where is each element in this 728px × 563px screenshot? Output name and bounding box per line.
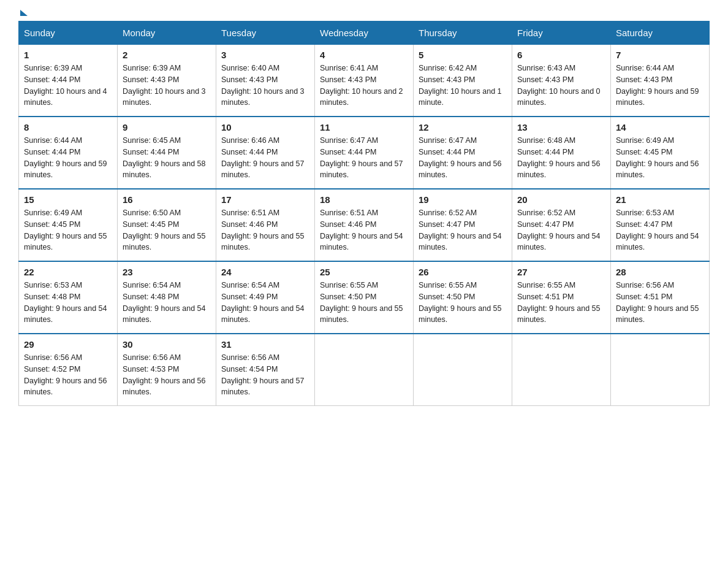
- day-info: Sunrise: 6:40 AM Sunset: 4:43 PM Dayligh…: [221, 63, 309, 109]
- day-number: 3: [221, 50, 309, 60]
- day-number: 21: [616, 194, 704, 205]
- day-number: 25: [320, 267, 408, 277]
- day-number: 11: [320, 122, 408, 132]
- day-info: Sunrise: 6:56 AM Sunset: 4:51 PM Dayligh…: [616, 280, 704, 326]
- page-header: [18, 12, 710, 15]
- calendar-cell: 22 Sunrise: 6:53 AM Sunset: 4:48 PM Dayl…: [19, 261, 118, 334]
- col-header-friday: Friday: [512, 21, 611, 45]
- day-info: Sunrise: 6:45 AM Sunset: 4:44 PM Dayligh…: [123, 135, 211, 181]
- col-header-sunday: Sunday: [19, 21, 118, 45]
- day-info: Sunrise: 6:56 AM Sunset: 4:54 PM Dayligh…: [221, 352, 309, 398]
- day-number: 7: [616, 50, 704, 60]
- calendar-cell: 15 Sunrise: 6:49 AM Sunset: 4:45 PM Dayl…: [19, 189, 118, 261]
- day-info: Sunrise: 6:47 AM Sunset: 4:44 PM Dayligh…: [419, 135, 507, 181]
- calendar-cell: 1 Sunrise: 6:39 AM Sunset: 4:44 PM Dayli…: [19, 45, 118, 117]
- day-info: Sunrise: 6:44 AM Sunset: 4:43 PM Dayligh…: [616, 63, 704, 109]
- calendar-table: SundayMondayTuesdayWednesdayThursdayFrid…: [18, 21, 710, 406]
- day-number: 1: [24, 50, 112, 60]
- calendar-cell: 17 Sunrise: 6:51 AM Sunset: 4:46 PM Dayl…: [216, 189, 315, 261]
- day-number: 2: [123, 50, 211, 60]
- day-info: Sunrise: 6:50 AM Sunset: 4:45 PM Dayligh…: [123, 207, 211, 253]
- day-info: Sunrise: 6:49 AM Sunset: 4:45 PM Dayligh…: [24, 207, 112, 253]
- calendar-cell: 11 Sunrise: 6:47 AM Sunset: 4:44 PM Dayl…: [315, 117, 414, 189]
- calendar-week-row: 29 Sunrise: 6:56 AM Sunset: 4:52 PM Dayl…: [19, 334, 710, 406]
- day-number: 6: [517, 50, 605, 60]
- day-number: 29: [24, 339, 112, 350]
- day-number: 15: [24, 194, 112, 205]
- day-info: Sunrise: 6:55 AM Sunset: 4:50 PM Dayligh…: [320, 280, 408, 326]
- day-info: Sunrise: 6:53 AM Sunset: 4:48 PM Dayligh…: [24, 280, 112, 326]
- calendar-cell: [611, 334, 710, 406]
- day-number: 10: [221, 122, 309, 132]
- day-number: 4: [320, 50, 408, 60]
- calendar-cell: 8 Sunrise: 6:44 AM Sunset: 4:44 PM Dayli…: [19, 117, 118, 189]
- calendar-cell: 27 Sunrise: 6:55 AM Sunset: 4:51 PM Dayl…: [512, 261, 611, 334]
- day-info: Sunrise: 6:52 AM Sunset: 4:47 PM Dayligh…: [517, 207, 605, 253]
- day-number: 13: [517, 122, 605, 132]
- col-header-saturday: Saturday: [611, 21, 710, 45]
- day-info: Sunrise: 6:56 AM Sunset: 4:53 PM Dayligh…: [123, 352, 211, 398]
- day-number: 12: [419, 122, 507, 132]
- day-number: 14: [616, 122, 704, 132]
- calendar-cell: 18 Sunrise: 6:51 AM Sunset: 4:46 PM Dayl…: [315, 189, 414, 261]
- day-info: Sunrise: 6:51 AM Sunset: 4:46 PM Dayligh…: [320, 207, 408, 253]
- calendar-cell: 20 Sunrise: 6:52 AM Sunset: 4:47 PM Dayl…: [512, 189, 611, 261]
- col-header-monday: Monday: [118, 21, 216, 45]
- day-info: Sunrise: 6:54 AM Sunset: 4:48 PM Dayligh…: [123, 280, 211, 326]
- calendar-cell: 30 Sunrise: 6:56 AM Sunset: 4:53 PM Dayl…: [118, 334, 216, 406]
- day-info: Sunrise: 6:44 AM Sunset: 4:44 PM Dayligh…: [24, 135, 112, 181]
- day-info: Sunrise: 6:49 AM Sunset: 4:45 PM Dayligh…: [616, 135, 704, 181]
- day-info: Sunrise: 6:39 AM Sunset: 4:44 PM Dayligh…: [24, 63, 112, 109]
- day-number: 30: [123, 339, 211, 350]
- calendar-cell: 6 Sunrise: 6:43 AM Sunset: 4:43 PM Dayli…: [512, 45, 611, 117]
- day-info: Sunrise: 6:47 AM Sunset: 4:44 PM Dayligh…: [320, 135, 408, 181]
- calendar-cell: 24 Sunrise: 6:54 AM Sunset: 4:49 PM Dayl…: [216, 261, 315, 334]
- calendar-header-row: SundayMondayTuesdayWednesdayThursdayFrid…: [19, 21, 710, 45]
- calendar-week-row: 1 Sunrise: 6:39 AM Sunset: 4:44 PM Dayli…: [19, 45, 710, 117]
- day-info: Sunrise: 6:53 AM Sunset: 4:47 PM Dayligh…: [616, 207, 704, 253]
- calendar-cell: 12 Sunrise: 6:47 AM Sunset: 4:44 PM Dayl…: [414, 117, 512, 189]
- day-info: Sunrise: 6:55 AM Sunset: 4:51 PM Dayligh…: [517, 280, 605, 326]
- calendar-cell: 14 Sunrise: 6:49 AM Sunset: 4:45 PM Dayl…: [611, 117, 710, 189]
- col-header-thursday: Thursday: [414, 21, 512, 45]
- calendar-cell: 13 Sunrise: 6:48 AM Sunset: 4:44 PM Dayl…: [512, 117, 611, 189]
- day-number: 27: [517, 267, 605, 277]
- day-info: Sunrise: 6:48 AM Sunset: 4:44 PM Dayligh…: [517, 135, 605, 181]
- calendar-cell: 25 Sunrise: 6:55 AM Sunset: 4:50 PM Dayl…: [315, 261, 414, 334]
- day-info: Sunrise: 6:42 AM Sunset: 4:43 PM Dayligh…: [419, 63, 507, 109]
- calendar-cell: 5 Sunrise: 6:42 AM Sunset: 4:43 PM Dayli…: [414, 45, 512, 117]
- day-number: 5: [419, 50, 507, 60]
- day-number: 23: [123, 267, 211, 277]
- calendar-week-row: 22 Sunrise: 6:53 AM Sunset: 4:48 PM Dayl…: [19, 261, 710, 334]
- calendar-cell: 23 Sunrise: 6:54 AM Sunset: 4:48 PM Dayl…: [118, 261, 216, 334]
- day-info: Sunrise: 6:46 AM Sunset: 4:44 PM Dayligh…: [221, 135, 309, 181]
- day-number: 18: [320, 194, 408, 205]
- calendar-cell: 3 Sunrise: 6:40 AM Sunset: 4:43 PM Dayli…: [216, 45, 315, 117]
- day-number: 24: [221, 267, 309, 277]
- calendar-week-row: 8 Sunrise: 6:44 AM Sunset: 4:44 PM Dayli…: [19, 117, 710, 189]
- day-number: 9: [123, 122, 211, 132]
- day-number: 17: [221, 194, 309, 205]
- day-number: 22: [24, 267, 112, 277]
- calendar-cell: 19 Sunrise: 6:52 AM Sunset: 4:47 PM Dayl…: [414, 189, 512, 261]
- calendar-cell: [414, 334, 512, 406]
- day-info: Sunrise: 6:54 AM Sunset: 4:49 PM Dayligh…: [221, 280, 309, 326]
- day-number: 20: [517, 194, 605, 205]
- calendar-cell: 29 Sunrise: 6:56 AM Sunset: 4:52 PM Dayl…: [19, 334, 118, 406]
- day-number: 31: [221, 339, 309, 350]
- day-info: Sunrise: 6:56 AM Sunset: 4:52 PM Dayligh…: [24, 352, 112, 398]
- calendar-cell: 21 Sunrise: 6:53 AM Sunset: 4:47 PM Dayl…: [611, 189, 710, 261]
- calendar-cell: 4 Sunrise: 6:41 AM Sunset: 4:43 PM Dayli…: [315, 45, 414, 117]
- day-info: Sunrise: 6:43 AM Sunset: 4:43 PM Dayligh…: [517, 63, 605, 109]
- calendar-cell: 26 Sunrise: 6:55 AM Sunset: 4:50 PM Dayl…: [414, 261, 512, 334]
- day-info: Sunrise: 6:39 AM Sunset: 4:43 PM Dayligh…: [123, 63, 211, 109]
- calendar-cell: 7 Sunrise: 6:44 AM Sunset: 4:43 PM Dayli…: [611, 45, 710, 117]
- col-header-wednesday: Wednesday: [315, 21, 414, 45]
- calendar-cell: 31 Sunrise: 6:56 AM Sunset: 4:54 PM Dayl…: [216, 334, 315, 406]
- day-number: 8: [24, 122, 112, 132]
- calendar-cell: [315, 334, 414, 406]
- day-info: Sunrise: 6:51 AM Sunset: 4:46 PM Dayligh…: [221, 207, 309, 253]
- col-header-tuesday: Tuesday: [216, 21, 315, 45]
- day-number: 26: [419, 267, 507, 277]
- day-number: 28: [616, 267, 704, 277]
